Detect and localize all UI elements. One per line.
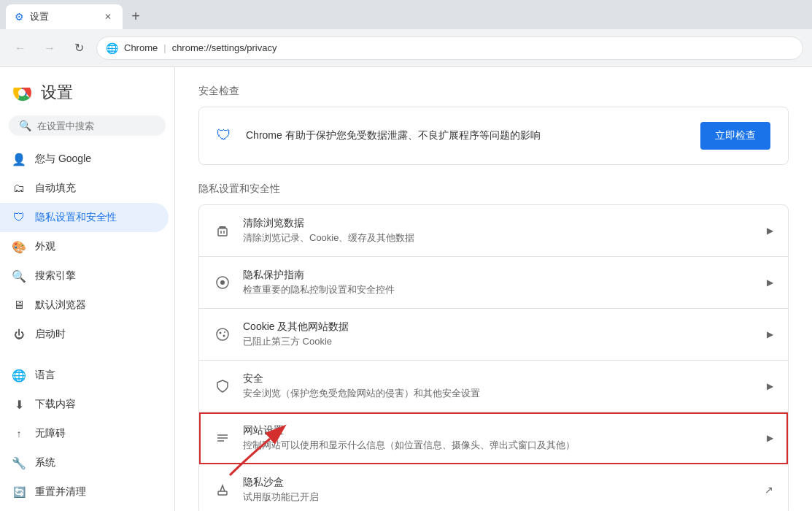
settings-item-security[interactable]: 安全 安全浏览（保护您免受危险网站的侵害）和其他安全设置 ▶: [199, 361, 788, 412]
settings-item-clear-browsing[interactable]: 清除浏览数据 清除浏览记录、Cookie、缓存及其他数据 ▶: [199, 205, 788, 257]
site-settings-content: 网站设置 控制网站可以使用和显示什么信息（如位置信息、摄像头、弹出式窗口及其他）: [243, 424, 755, 452]
sidebar-item-search[interactable]: 🔍 搜索引擎: [0, 261, 169, 291]
sidebar-item-download[interactable]: ⬇ 下载内容: [0, 390, 169, 419]
tab-settings-icon: ⚙: [15, 11, 24, 23]
sidebar-label-download: 下载内容: [35, 398, 76, 411]
google-account-icon: 👤: [12, 152, 26, 166]
sandbox-icon: [214, 481, 231, 499]
accessibility-icon: ↑: [12, 426, 26, 441]
sidebar-label-system: 系统: [35, 456, 55, 469]
sidebar-label-startup: 启动时: [35, 328, 66, 341]
sidebar-label-accessibility: 无障碍: [35, 427, 66, 440]
security-shield-icon: 🛡: [217, 127, 234, 145]
sidebar-item-accessibility[interactable]: ↑ 无障碍: [0, 419, 169, 448]
sidebar-item-extensions[interactable]: 🧩 扩展程序 ↗: [0, 507, 169, 511]
search-container: 🔍: [0, 115, 174, 145]
cookies-name: Cookie 及其他网站数据: [243, 320, 755, 334]
settings-item-sandbox[interactable]: 隐私沙盒 试用版功能已开启 ↗: [199, 464, 788, 511]
browser-frame: ⚙ 设置 ✕ + ← → ↻ 🌐 Chrome | chrome://setti…: [0, 0, 812, 511]
clear-browsing-content: 清除浏览数据 清除浏览记录、Cookie、缓存及其他数据: [243, 217, 755, 245]
settings-item-privacy-guide[interactable]: 隐私保护指南 检查重要的隐私控制设置和安全控件 ▶: [199, 257, 788, 309]
search-icon: 🔍: [19, 120, 31, 131]
url-path: chrome://settings/privacy: [172, 42, 277, 53]
search-bar[interactable]: 🔍: [9, 115, 166, 136]
sidebar-label-language: 语言: [35, 369, 55, 382]
security-card: 🛡 Chrome 有助于保护您免受数据泄露、不良扩展程序等问题的影响 立即检查: [198, 107, 789, 165]
clear-browsing-name: 清除浏览数据: [243, 217, 755, 230]
security-desc: 安全浏览（保护您免受危险网站的侵害）和其他安全设置: [243, 387, 755, 400]
sidebar-label-browser: 默认浏览器: [35, 299, 86, 312]
search-input[interactable]: [37, 120, 155, 131]
sandbox-content: 隐私沙盒 试用版功能已开启: [243, 476, 753, 504]
new-tab-button[interactable]: +: [124, 4, 147, 28]
system-icon: 🔧: [12, 456, 26, 470]
tab-settings-label: 设置: [30, 10, 49, 23]
svg-rect-3: [218, 228, 227, 236]
security-name: 安全: [243, 372, 755, 385]
privacy-guide-arrow: ▶: [767, 277, 773, 288]
sidebar-item-startup[interactable]: ⏻ 启动时: [0, 320, 169, 349]
sidebar-item-system[interactable]: 🔧 系统: [0, 448, 169, 477]
sidebar-item-appearance[interactable]: 🎨 外观: [0, 232, 169, 261]
sidebar-label-google: 您与 Google: [35, 153, 91, 166]
sandbox-external-icon: ↗: [765, 484, 773, 496]
security-card-text: Chrome 有助于保护您免受数据泄露、不良扩展程序等问题的影响: [246, 129, 689, 142]
sidebar-item-language[interactable]: 🌐 语言: [0, 361, 169, 390]
startup-icon: ⏻: [12, 327, 26, 342]
clear-browsing-arrow: ▶: [767, 226, 773, 236]
forward-button[interactable]: →: [38, 36, 61, 60]
privacy-guide-icon: [214, 274, 231, 291]
back-button[interactable]: ←: [9, 36, 32, 60]
settings-item-cookies[interactable]: Cookie 及其他网站数据 已阻止第三方 Cookie ▶: [199, 309, 788, 361]
url-brand: Chrome: [124, 42, 158, 53]
privacy-section-title: 隐私设置和安全性: [198, 182, 789, 196]
cookies-content: Cookie 及其他网站数据 已阻止第三方 Cookie: [243, 320, 755, 348]
privacy-shield-icon: 🛡: [12, 210, 26, 225]
clear-browsing-desc: 清除浏览记录、Cookie、缓存及其他数据: [243, 231, 755, 245]
sandbox-name: 隐私沙盒: [243, 476, 753, 489]
autofill-icon: 🗂: [12, 181, 26, 196]
sidebar-item-privacy[interactable]: 🛡 隐私设置和安全性: [0, 203, 169, 232]
tab-close-button[interactable]: ✕: [102, 11, 114, 23]
sidebar-item-reset[interactable]: 🔄 重置并清理: [0, 477, 169, 507]
tab-bar: ⚙ 设置 ✕ +: [0, 0, 812, 29]
sidebar-item-default-browser[interactable]: 🖥 默认浏览器: [0, 291, 169, 320]
privacy-guide-desc: 检查重要的隐私控制设置和安全控件: [243, 283, 755, 296]
sidebar-label-reset: 重置并清理: [35, 485, 86, 499]
url-separator: |: [163, 42, 166, 53]
content-area: 安全检查 🛡 Chrome 有助于保护您免受数据泄露、不良扩展程序等问题的影响 …: [175, 67, 812, 511]
settings-item-site-settings[interactable]: 网站设置 控制网站可以使用和显示什么信息（如位置信息、摄像头、弹出式窗口及其他）…: [199, 412, 788, 464]
site-settings-desc: 控制网站可以使用和显示什么信息（如位置信息、摄像头、弹出式窗口及其他）: [243, 439, 755, 452]
reset-icon: 🔄: [12, 485, 26, 499]
sidebar-item-autofill[interactable]: 🗂 自动填充: [0, 174, 169, 203]
url-bar[interactable]: 🌐 Chrome | chrome://settings/privacy: [96, 36, 803, 60]
sidebar-label-privacy: 隐私设置和安全性: [35, 211, 117, 224]
sidebar-header: 设置: [0, 73, 174, 115]
search-engine-icon: 🔍: [12, 269, 26, 283]
svg-point-7: [220, 280, 225, 285]
sidebar: 设置 🔍 👤 您与 Google 🗂 自动填充 🛡 隐私设置和安全性: [0, 67, 175, 511]
security-item-icon: [214, 377, 231, 395]
download-icon: ⬇: [12, 397, 26, 412]
cookies-icon: [214, 326, 231, 343]
svg-point-10: [223, 335, 225, 337]
url-globe-icon: 🌐: [106, 42, 118, 54]
security-arrow: ▶: [767, 381, 773, 391]
site-settings-name: 网站设置: [243, 424, 755, 437]
cookies-desc: 已阻止第三方 Cookie: [243, 335, 755, 348]
refresh-button[interactable]: ↻: [67, 36, 90, 60]
default-browser-icon: 🖥: [12, 298, 26, 312]
security-content: 安全 安全浏览（保护您免受危险网站的侵害）和其他安全设置: [243, 372, 755, 400]
main-area: 设置 🔍 👤 您与 Google 🗂 自动填充 🛡 隐私设置和安全性: [0, 67, 812, 511]
site-settings-icon: [214, 429, 231, 447]
appearance-icon: 🎨: [12, 239, 26, 254]
privacy-guide-content: 隐私保护指南 检查重要的隐私控制设置和安全控件: [243, 269, 755, 296]
language-icon: 🌐: [12, 368, 26, 383]
check-now-button[interactable]: 立即检查: [700, 122, 770, 150]
security-check-title: 安全检查: [198, 85, 789, 98]
sandbox-desc: 试用版功能已开启: [243, 491, 753, 504]
sidebar-app-title: 设置: [41, 82, 73, 104]
settings-tab[interactable]: ⚙ 设置 ✕: [6, 4, 123, 29]
sidebar-label-search: 搜索引擎: [35, 269, 76, 283]
sidebar-item-google[interactable]: 👤 您与 Google: [0, 145, 169, 174]
